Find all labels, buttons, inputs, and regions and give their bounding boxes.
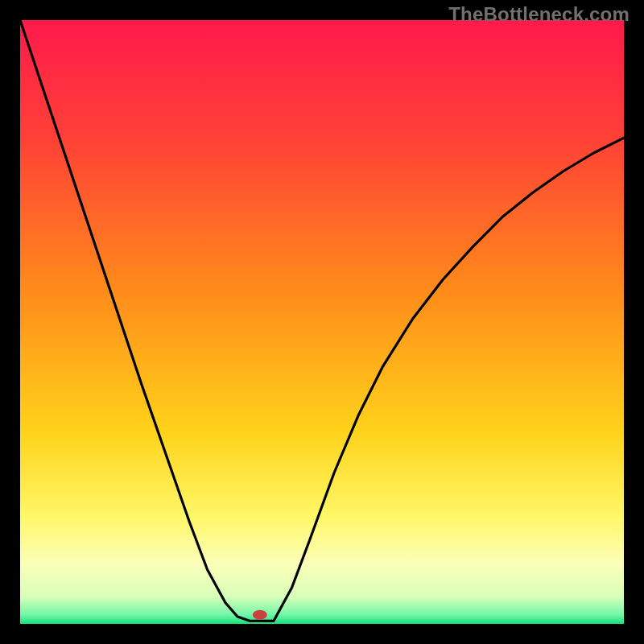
chart-svg <box>20 20 624 624</box>
watermark-text: TheBottleneck.com <box>448 3 630 26</box>
optimal-point-marker <box>253 610 267 620</box>
plot-area <box>20 20 624 624</box>
gradient-background <box>20 20 624 624</box>
chart-frame: TheBottleneck.com <box>0 0 644 644</box>
